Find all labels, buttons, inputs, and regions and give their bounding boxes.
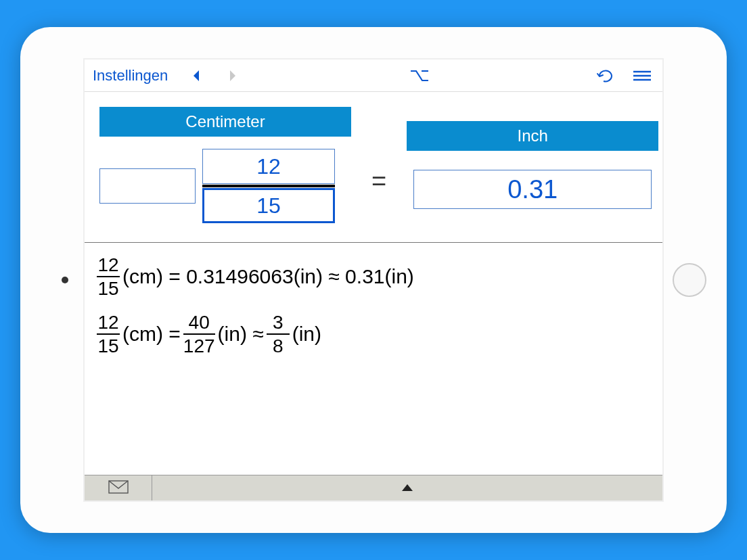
fraction-separator xyxy=(202,185,335,187)
equals-sign: = xyxy=(367,167,390,196)
unit-header-left[interactable]: Centimeter xyxy=(99,107,351,137)
output-line-2: 12 15 (cm) = 40 127 (in) ≈ 3 8 (in) xyxy=(97,312,650,356)
output-text: (in) ≈ xyxy=(218,323,264,346)
camera-dot xyxy=(62,277,68,283)
frac-bar xyxy=(267,333,290,335)
settings-link[interactable]: Instellingen xyxy=(93,67,168,85)
output-text: (cm) = 0.31496063(in) ≈ 0.31(in) xyxy=(122,265,414,288)
frac-bot: 8 xyxy=(273,336,284,356)
numerator-input[interactable]: 12 xyxy=(202,149,335,184)
frac-bot: 127 xyxy=(183,336,215,356)
option-key-icon[interactable] xyxy=(407,64,432,88)
frac-top: 12 xyxy=(97,312,118,332)
expand-button[interactable] xyxy=(152,475,662,500)
bottom-bar xyxy=(85,475,662,500)
whole-number-input[interactable] xyxy=(99,168,196,204)
denominator-input[interactable]: 15 xyxy=(202,188,335,223)
fraction-display: 12 15 xyxy=(97,255,120,299)
frac-bar xyxy=(183,333,215,335)
app-screen: Instellingen xyxy=(83,58,664,502)
unit-header-right[interactable]: Inch xyxy=(407,121,658,151)
calculation-output: 12 15 (cm) = 0.31496063(in) ≈ 0.31(in) 1… xyxy=(85,243,662,475)
fraction-display: 40 127 xyxy=(183,312,215,356)
output-text: (in) xyxy=(292,323,321,346)
home-button[interactable] xyxy=(673,263,706,297)
frac-bot: 15 xyxy=(97,336,118,356)
output-line-1: 12 15 (cm) = 0.31496063(in) ≈ 0.31(in) xyxy=(97,255,650,299)
frac-top: 3 xyxy=(273,312,284,332)
conversion-panel: Centimeter 12 15 = Inch 0.31 xyxy=(85,92,662,243)
frac-bar xyxy=(97,276,120,277)
frac-bot: 15 xyxy=(97,279,118,298)
menu-icon[interactable] xyxy=(630,64,654,88)
history-next-icon xyxy=(221,64,245,88)
result-output[interactable]: 0.31 xyxy=(413,170,652,209)
triangle-up-icon xyxy=(401,482,413,494)
toolbar: Instellingen xyxy=(85,60,662,92)
undo-icon[interactable] xyxy=(593,64,618,88)
fraction-display: 3 8 xyxy=(267,312,290,356)
tablet-frame: Instellingen xyxy=(20,27,727,533)
mail-icon xyxy=(108,480,129,496)
fraction-display: 12 15 xyxy=(97,312,120,356)
frac-top: 12 xyxy=(97,255,118,275)
output-text: (cm) = xyxy=(122,323,181,346)
frac-top: 40 xyxy=(189,312,210,332)
frac-bar xyxy=(97,333,120,335)
mail-button[interactable] xyxy=(85,475,152,500)
history-prev-icon[interactable] xyxy=(184,64,208,88)
